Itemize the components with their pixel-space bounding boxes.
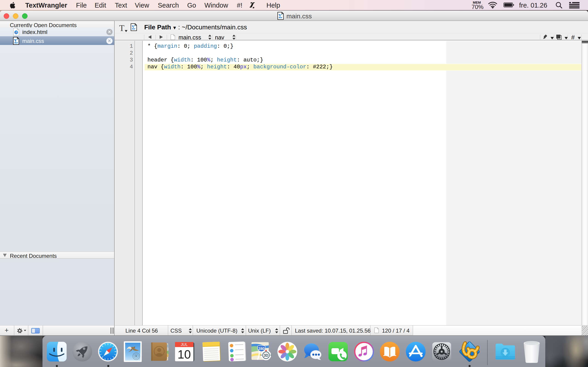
svg-text:3D: 3D	[264, 353, 268, 357]
svg-text:10: 10	[178, 348, 191, 361]
svg-text:Σ: Σ	[14, 38, 18, 45]
svg-text:280: 280	[258, 347, 265, 351]
svg-text:Σ: Σ	[132, 24, 135, 31]
svg-text:Σ: Σ	[278, 13, 282, 19]
svg-text:JUL: JUL	[181, 342, 188, 347]
